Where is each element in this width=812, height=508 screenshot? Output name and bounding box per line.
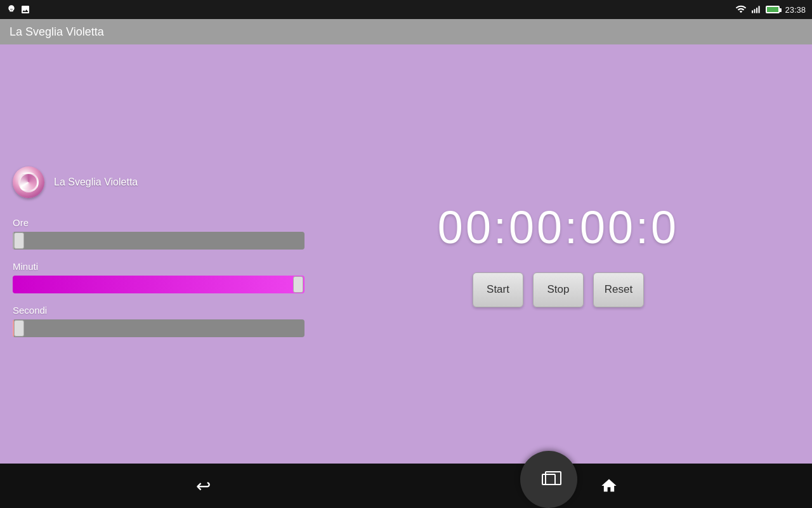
svg-rect-2 — [756, 8, 757, 13]
minuti-label: Minuti — [13, 261, 292, 272]
svg-rect-1 — [754, 9, 756, 13]
app-icon — [13, 166, 44, 198]
secondi-slider-track[interactable] — [13, 319, 304, 337]
back-icon: ↩ — [196, 476, 211, 497]
title-bar: La Sveglia Violetta — [0, 19, 812, 44]
app-header-title: La Sveglia Violetta — [54, 177, 138, 188]
minuti-slider-track[interactable] — [13, 276, 304, 293]
recents-button[interactable] — [520, 451, 577, 508]
ore-slider-track[interactable] — [13, 232, 304, 250]
wifi-icon — [735, 5, 747, 14]
minuti-slider-group: Minuti — [13, 261, 292, 293]
ore-slider-group: Ore — [13, 217, 292, 250]
app-title: La Sveglia Violetta — [10, 25, 104, 39]
ore-label: Ore — [13, 217, 292, 228]
secondi-label: Secondi — [13, 305, 292, 316]
svg-rect-0 — [752, 10, 753, 13]
stop-button[interactable]: Stop — [533, 272, 584, 307]
main-content: La Sveglia Violetta Ore Minuti Secondi — [0, 44, 812, 464]
right-panel: 00:00:00:0 Start Stop Reset — [304, 44, 812, 464]
status-icons-right: 23:38 — [735, 5, 806, 15]
left-panel: La Sveglia Violetta Ore Minuti Secondi — [0, 44, 304, 464]
app-icon-inner — [18, 172, 39, 192]
photo-icon — [20, 4, 30, 15]
app-header: La Sveglia Violetta — [13, 166, 292, 198]
secondi-slider-thumb[interactable] — [14, 320, 24, 337]
svg-rect-3 — [759, 6, 760, 13]
start-button[interactable]: Start — [473, 272, 523, 307]
timer-buttons: Start Stop Reset — [473, 272, 644, 307]
home-button[interactable] — [584, 467, 634, 505]
secondi-slider-group: Secondi — [13, 305, 292, 337]
recents-icon — [542, 474, 556, 485]
ore-slider-thumb[interactable] — [14, 232, 24, 249]
nav-bar: ↩ — [0, 464, 812, 508]
status-bar: 23:38 — [0, 0, 812, 19]
reset-button[interactable]: Reset — [593, 272, 644, 307]
battery-icon — [766, 6, 780, 13]
back-button[interactable]: ↩ — [178, 467, 228, 505]
minuti-slider-thumb[interactable] — [293, 276, 303, 293]
status-icons-left — [6, 4, 30, 15]
alarm-icon — [6, 4, 16, 15]
timer-display: 00:00:00:0 — [438, 201, 679, 253]
signal-icon — [752, 5, 761, 14]
minuti-slider-fill — [13, 276, 304, 293]
home-icon — [600, 477, 618, 495]
time-display: 23:38 — [785, 5, 806, 15]
